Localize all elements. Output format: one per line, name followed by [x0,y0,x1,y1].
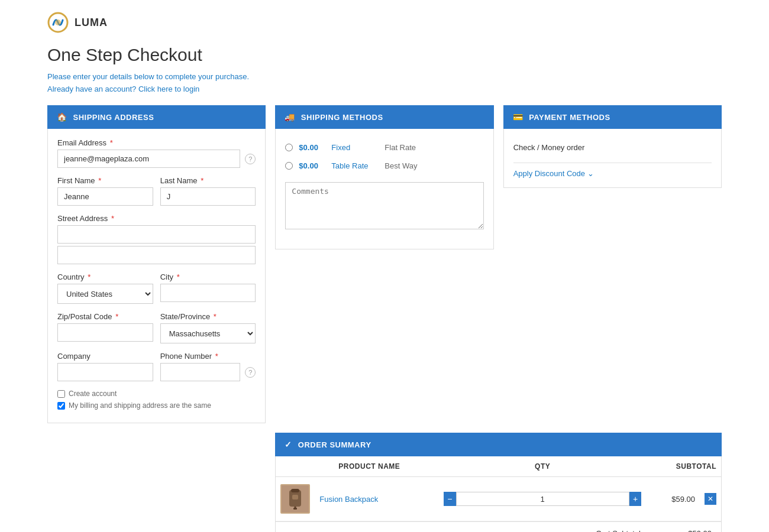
email-label: Email Address * [57,138,256,147]
shipping-methods-header: SHIPPING METHODS [275,105,493,129]
qty-increase-button[interactable]: + [629,492,642,506]
city-input[interactable] [160,284,256,302]
home-icon [57,112,67,122]
zip-input[interactable] [57,323,153,342]
credit-card-icon [513,112,524,122]
street-label: Street Address * [57,214,256,223]
shipping-address-header: SHIPPING ADDRESS [47,105,266,129]
shipping-methods-section: SHIPPING METHODS $0.00 Fixed Flat Rate $… [275,105,493,423]
logo: LUMA [47,12,722,33]
qty-input[interactable] [456,492,629,506]
shipping-radio-table[interactable] [285,162,293,170]
shipping-radio-fixed[interactable] [285,144,293,151]
chevron-down-icon: ⌄ [587,169,594,178]
qty-col: QTY [439,456,646,477]
zip-label: Zip/Postal Code * [57,312,153,321]
subtitle: Please enter your details below to compl… [47,72,722,81]
payment-methods-section: PAYMENT METHODS Check / Money order Appl… [503,105,722,423]
payment-methods-header: PAYMENT METHODS [503,105,722,129]
svg-rect-7 [293,508,297,510]
state-label: State/Province * [160,312,256,321]
qty-decrease-button[interactable]: − [444,492,456,506]
create-account-checkbox[interactable] [57,390,65,398]
email-help-icon[interactable]: ? [245,154,256,164]
create-account-row: Create account [57,390,256,398]
shipping-address-section: SHIPPING ADDRESS Email Address * ? [47,105,266,423]
shipping-option-table: $0.00 Table Rate Best Way [285,157,483,175]
product-thumbnail [280,484,310,514]
remove-item-button[interactable]: ✕ [705,493,716,505]
shipping-option-fixed: $0.00 Fixed Flat Rate [285,138,483,157]
comments-textarea[interactable] [285,182,483,229]
product-img-col [276,456,315,477]
phone-input[interactable] [160,363,241,381]
logo-text: LUMA [75,17,108,29]
subtotal-cell: $59.00 ✕ [651,493,716,505]
qty-controls: − + [444,492,641,506]
truck-icon [285,112,295,122]
login-link[interactable]: Already have an account? Click here to l… [47,85,722,93]
street-input-1[interactable] [57,225,256,244]
country-label: Country * [57,273,153,281]
state-select[interactable]: Massachusetts California New York [160,323,256,343]
lastname-label: Last Name * [160,176,256,185]
city-label: City * [160,273,256,281]
email-input[interactable] [57,150,240,168]
product-name-col: PRODUCT NAME [315,456,439,477]
subtotal-col: SUBTOTAL [646,456,721,477]
order-summary-section: ORDER SUMMARY PRODUCT NAME QTY SUBTOTAL [275,433,722,532]
order-summary-header: ORDER SUMMARY [275,433,722,456]
country-select[interactable]: United States Canada United Kingdom [57,284,153,304]
discount-toggle[interactable]: Apply Discount Code ⌄ [513,169,712,178]
billing-same-row: My billing and shipping address are the … [57,401,256,410]
phone-label: Phone Number * [160,352,256,361]
street-input-2[interactable] [57,246,256,264]
payment-check: Check / Money order [513,138,712,157]
checkmark-icon [285,440,292,449]
svg-rect-5 [292,495,298,499]
company-input[interactable] [57,363,153,381]
svg-rect-4 [291,489,299,492]
firstname-input[interactable] [57,187,153,206]
billing-same-checkbox[interactable] [57,402,65,410]
table-row: Fusion Backpack − + [276,477,721,521]
page-title: One Step Checkout [47,45,722,65]
svg-point-1 [55,20,61,25]
cart-subtotal-row: Cart Subtotal $59.00 [280,527,716,532]
company-label: Company [57,352,153,361]
phone-help-icon[interactable]: ? [245,367,256,378]
lastname-input[interactable] [160,187,256,206]
firstname-label: First Name * [57,176,153,185]
product-name-link[interactable]: Fusion Backpack [319,495,378,504]
